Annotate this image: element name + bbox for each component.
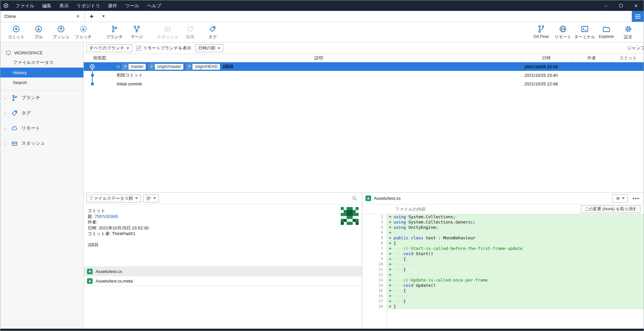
diff-code: +········ — [387, 293, 644, 299]
commit-row-1[interactable]: 初回コミット2021/10/25 23:40 — [84, 71, 644, 79]
toolbar-button-settings[interactable]: 設定 — [617, 24, 639, 40]
graph-node-icon — [91, 82, 94, 85]
toolbar-right: Git FlowリモートターミナルExplorer設定 — [530, 24, 639, 40]
toolbar-button-commit[interactable]: コミット — [5, 24, 27, 40]
toolbar-button-gitflow[interactable]: Git Flow — [530, 24, 552, 40]
jump-to-label: ジャンプ先: — [627, 45, 644, 51]
diff-code: +using·UnityEngine; — [387, 225, 644, 230]
sidebar-item-file-status[interactable]: ファイルステータス — [0, 58, 83, 68]
commit-title: コミット — [88, 208, 105, 213]
discard-hunk-button[interactable]: この変更 (Hunk) を取り消す — [581, 205, 640, 213]
menu-item-5[interactable]: ツール — [121, 0, 143, 11]
menu-item-0[interactable]: ファイル — [12, 0, 38, 11]
graph-line — [92, 79, 93, 82]
toolbar-button-branch[interactable]: ブランチ — [103, 24, 126, 40]
sidebar-section-stashes[interactable]: ›スタッシュ — [0, 136, 83, 151]
ref-label[interactable]: origin/master — [148, 64, 184, 70]
column-header-2[interactable]: 日時 — [522, 54, 571, 62]
toolbar-label: スタッシュ — [157, 34, 178, 40]
workspace-header: WORKSPACE — [0, 48, 83, 58]
diff-line-2: 2+using·System.Collections.Generic; — [362, 220, 644, 225]
column-header-3[interactable]: 作者 — [571, 54, 612, 62]
graph-cell — [84, 79, 116, 88]
diff-code: +····} — [387, 267, 644, 272]
branch-filter-dropdown[interactable]: すべてのブランチ — [86, 44, 132, 52]
diff-line-18: 18+} — [362, 304, 644, 309]
line-number: 16 — [362, 293, 387, 299]
sort-order-dropdown[interactable]: 日時の順 — [195, 44, 223, 52]
toolbar-label: Git Flow — [534, 34, 549, 39]
toolbar-button-tag[interactable]: タグ — [201, 24, 224, 40]
sort-order-label: 日時の順 — [198, 45, 215, 51]
menu-item-3[interactable]: リポジトリ — [73, 0, 104, 11]
toolbar-button-explorer[interactable]: Explorer — [596, 24, 617, 40]
checkbox-checked-icon: ✓ — [136, 46, 141, 51]
file-row-1[interactable]: +Assets/test.cs.meta — [84, 276, 362, 286]
diff-code: +using·System.Collections.Generic; — [387, 220, 644, 225]
toolbar-button-terminal[interactable]: ターミナル — [574, 24, 596, 40]
diff-panel: + Assets/test.cs — [362, 193, 644, 329]
sidebar-item-history[interactable]: History — [0, 68, 83, 77]
history-column-header: 樹形図説明日時作者コミット — [84, 54, 644, 62]
column-header-0[interactable]: 樹形図 — [84, 54, 116, 62]
menu-item-2[interactable]: 表示 — [55, 0, 73, 11]
toolbar-button-fetch[interactable]: フェッチ — [72, 24, 95, 40]
title-bar: ファイル編集表示リポジトリ操作ツールヘルプ – ✕ — [0, 0, 644, 11]
ref-label[interactable]: origin/HEAD — [186, 64, 220, 70]
commit-row-0[interactable]: masterorigin/masterorigin/HEAD2回目2021/10… — [84, 62, 644, 71]
ref-name: master — [129, 64, 146, 70]
sidebar-item-search[interactable]: Search — [0, 77, 83, 87]
file-row-0[interactable]: +Assets/test.cs — [84, 266, 362, 276]
toolbar-button-remote[interactable]: リモート — [552, 24, 574, 40]
app-logo-icon — [0, 3, 12, 8]
close-button[interactable]: ✕ — [629, 0, 644, 11]
toolbar-button-push[interactable]: プッシュ — [50, 24, 72, 40]
toolbar-button-pull[interactable]: プル — [27, 24, 50, 40]
diff-file-name: Assets/test.cs — [374, 196, 400, 201]
toolbar-label: 設定 — [624, 34, 632, 40]
minimize-button[interactable]: – — [598, 0, 613, 11]
diff-code: +········ — [387, 262, 644, 267]
menu-item-6[interactable]: ヘルプ — [143, 0, 165, 11]
graph-cell — [84, 71, 116, 79]
column-header-4[interactable]: コミット — [612, 54, 644, 62]
toolbar-label: 破棄 — [186, 34, 194, 40]
notifications-menu-button[interactable] — [632, 11, 644, 22]
line-number: 8 — [362, 251, 387, 256]
search-icon[interactable] — [352, 196, 357, 201]
tab-close-icon[interactable]: ✕ — [75, 14, 80, 19]
description-cell: 初回コミット — [116, 71, 522, 79]
main-toolbar: コミットプルプッシュフェッチブランチマージスタッシュ破棄タグ Git Flowリ… — [0, 22, 644, 43]
more-options-button[interactable] — [631, 197, 640, 199]
menu-item-1[interactable]: 編集 — [38, 0, 55, 11]
history-filter-bar: すべてのブランチ ✓ リモートブランチを表示 日時の順 ジャンプ先: — [84, 43, 644, 54]
ref-label[interactable]: master — [122, 64, 146, 70]
date-value: 2021年10月25日 23:52:30 — [99, 226, 149, 230]
maximize-button[interactable] — [613, 0, 629, 11]
show-remote-branches-checkbox[interactable]: ✓ リモートブランチを表示 — [136, 45, 191, 51]
file-sort-dropdown[interactable]: ファイルステータス順 — [86, 195, 141, 202]
commit-row-2[interactable]: Initial commit2021/10/25 22:48 — [84, 79, 644, 88]
hunk-header: ファイルの内容 この変更 (Hunk) を取り消す — [362, 204, 644, 214]
sidebar-section-tags[interactable]: ›タグ — [0, 105, 83, 121]
tab-clone[interactable]: Clone ✕ — [0, 11, 85, 22]
gitflow-icon — [537, 24, 546, 33]
line-number: 11 — [362, 267, 387, 272]
tab-dropdown-button[interactable] — [99, 11, 108, 22]
line-number: 1 — [362, 214, 387, 220]
toolbar-button-merge[interactable]: マージ — [126, 24, 148, 40]
graph-line — [92, 69, 93, 205]
sidebar-section-remotes[interactable]: ›リモート — [0, 121, 83, 136]
view-options-dropdown[interactable] — [143, 195, 159, 202]
diff-options-button[interactable] — [612, 194, 628, 203]
taskbar-strip — [0, 329, 644, 331]
chevron-down-icon — [153, 197, 156, 199]
toolbar-label: ブランチ — [106, 34, 123, 40]
parent-commit-link[interactable]: 7597c92845 — [95, 214, 118, 219]
commit-message: 初回コミット — [117, 72, 143, 78]
current-branch-indicator-icon — [117, 65, 120, 68]
column-header-1[interactable]: 説明 — [116, 54, 522, 62]
sidebar-section-branches[interactable]: ›ブランチ — [0, 90, 83, 105]
menu-item-4[interactable]: 操作 — [104, 0, 121, 11]
new-tab-button[interactable]: + — [85, 11, 99, 22]
